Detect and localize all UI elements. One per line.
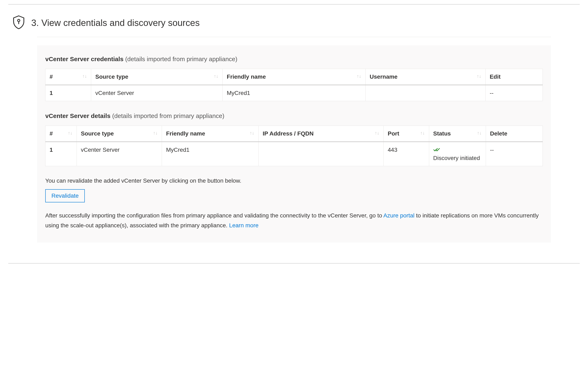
col-header-friendly-name[interactable]: Friendly name↑↓ bbox=[162, 126, 259, 142]
col-header-source-type-label: Source type bbox=[81, 130, 114, 137]
cell-username bbox=[366, 85, 485, 101]
cell-num: 1 bbox=[45, 142, 77, 166]
cell-num: 1 bbox=[45, 85, 91, 101]
col-header-port[interactable]: Port↑↓ bbox=[383, 126, 429, 142]
col-header-delete: Delete bbox=[486, 126, 543, 142]
sort-icon: ↑↓ bbox=[250, 130, 254, 136]
cell-ip bbox=[258, 142, 383, 166]
sort-icon: ↑↓ bbox=[375, 130, 379, 136]
col-header-status-label: Status bbox=[433, 130, 451, 137]
sort-icon: ↑↓ bbox=[82, 74, 87, 79]
cell-status: Discovery initiated bbox=[429, 142, 486, 166]
col-header-port-label: Port bbox=[388, 130, 399, 137]
col-header-num[interactable]: #↑↓ bbox=[45, 126, 77, 142]
sort-icon: ↑↓ bbox=[153, 130, 158, 136]
col-header-username[interactable]: Username↑↓ bbox=[366, 69, 485, 85]
status-text: Discovery initiated bbox=[433, 155, 482, 161]
col-header-friendly-name-label: Friendly name bbox=[166, 130, 205, 137]
col-header-ip-label: IP Address / FQDN bbox=[263, 130, 313, 137]
col-header-friendly-name[interactable]: Friendly name↑↓ bbox=[222, 69, 366, 85]
footer-text: After successfully importing the configu… bbox=[45, 211, 543, 230]
col-header-source-type-label: Source type bbox=[95, 74, 128, 80]
sort-icon: ↑↓ bbox=[420, 130, 425, 136]
col-header-status[interactable]: Status↑↓ bbox=[429, 126, 486, 142]
details-heading: vCenter Server details (details imported… bbox=[45, 112, 543, 119]
col-header-num-label: # bbox=[50, 74, 53, 80]
sort-icon: ↑↓ bbox=[477, 74, 481, 79]
credentials-header-row: #↑↓ Source type↑↓ Friendly name↑↓ Userna… bbox=[45, 69, 543, 85]
details-table: #↑↓ Source type↑↓ Friendly name↑↓ IP Add… bbox=[45, 126, 543, 166]
details-heading-muted: (details imported from primary appliance… bbox=[110, 112, 224, 119]
footer-prefix: After successfully importing the configu… bbox=[45, 212, 383, 219]
revalidate-help-text: You can revalidate the added vCenter Ser… bbox=[45, 178, 543, 184]
credentials-heading: vCenter Server credentials (details impo… bbox=[45, 56, 543, 63]
table-row: 1 vCenter Server MyCred1 443 Discovery i… bbox=[45, 142, 543, 166]
col-header-username-label: Username bbox=[370, 74, 397, 80]
cell-friendly-name: MyCred1 bbox=[222, 85, 366, 101]
sort-icon: ↑↓ bbox=[214, 74, 218, 79]
content-panel: vCenter Server credentials (details impo… bbox=[37, 45, 551, 243]
revalidate-button[interactable]: Revalidate bbox=[45, 189, 85, 202]
details-header-row: #↑↓ Source type↑↓ Friendly name↑↓ IP Add… bbox=[45, 126, 543, 142]
col-header-friendly-name-label: Friendly name bbox=[227, 74, 266, 80]
cell-port: 443 bbox=[383, 142, 429, 166]
section-divider bbox=[37, 37, 551, 37]
sort-icon: ↑↓ bbox=[357, 74, 361, 79]
cell-friendly-name: MyCred1 bbox=[162, 142, 259, 166]
col-header-ip[interactable]: IP Address / FQDN↑↓ bbox=[258, 126, 383, 142]
shield-icon bbox=[12, 15, 25, 31]
section-header: 3. View credentials and discovery source… bbox=[0, 4, 588, 37]
credentials-heading-muted: (details imported from primary appliance… bbox=[123, 56, 237, 62]
details-heading-bold: vCenter Server details bbox=[45, 112, 110, 119]
azure-portal-link[interactable]: Azure portal bbox=[383, 212, 415, 219]
credentials-heading-bold: vCenter Server credentials bbox=[45, 56, 123, 62]
bottom-divider bbox=[8, 263, 580, 264]
cell-source-type: vCenter Server bbox=[91, 85, 222, 101]
col-header-num[interactable]: #↑↓ bbox=[45, 69, 91, 85]
col-header-edit-label: Edit bbox=[490, 74, 501, 80]
col-header-num-label: # bbox=[50, 130, 53, 137]
cell-edit: -- bbox=[486, 85, 543, 101]
col-header-source-type[interactable]: Source type↑↓ bbox=[91, 69, 222, 85]
col-header-edit: Edit bbox=[486, 69, 543, 85]
section-title: 3. View credentials and discovery source… bbox=[31, 18, 200, 28]
col-header-source-type[interactable]: Source type↑↓ bbox=[76, 126, 162, 142]
svg-point-0 bbox=[18, 19, 20, 22]
cell-delete: -- bbox=[486, 142, 543, 166]
col-header-delete-label: Delete bbox=[490, 130, 507, 137]
sort-icon: ↑↓ bbox=[68, 130, 73, 136]
learn-more-link[interactable]: Learn more bbox=[229, 222, 258, 229]
sort-icon: ↑↓ bbox=[477, 130, 482, 136]
cell-source-type: vCenter Server bbox=[76, 142, 162, 166]
credentials-table: #↑↓ Source type↑↓ Friendly name↑↓ Userna… bbox=[45, 69, 543, 101]
table-row: 1 vCenter Server MyCred1 -- bbox=[45, 85, 543, 101]
double-check-icon bbox=[433, 147, 482, 153]
